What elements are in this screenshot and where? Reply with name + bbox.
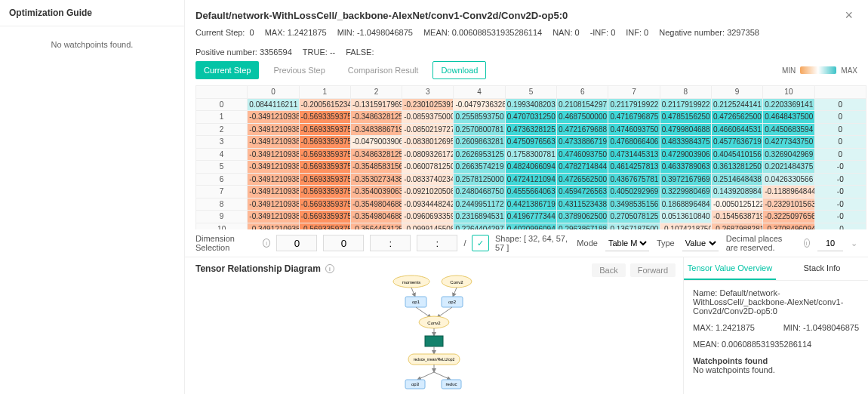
cell[interactable]: -0.0833740234 <box>402 173 454 186</box>
cell[interactable]: -0.0934448242 <box>402 198 454 211</box>
dim-input-2[interactable] <box>370 235 411 251</box>
tab-stack-info[interactable]: Stack Info <box>776 257 868 280</box>
cell[interactable]: 0.4020996094 <box>505 223 556 229</box>
cell[interactable]: -0.5693359375 <box>299 111 350 124</box>
cell[interactable]: -0.5693359375 <box>299 173 350 186</box>
confirm-dim-button[interactable]: ✓ <box>472 235 489 251</box>
cell[interactable]: 0.2514648438 <box>711 173 762 186</box>
cell[interactable]: 0.4577636719 <box>711 136 762 149</box>
cell[interactable]: -0.3549804688 <box>350 198 402 211</box>
back-button[interactable]: Back <box>592 263 625 277</box>
dim-input-0[interactable] <box>276 235 317 251</box>
cell[interactable]: -0 <box>814 211 866 223</box>
cell[interactable]: 0.2316894531 <box>454 211 505 223</box>
cell[interactable]: 0.4824066094 <box>505 161 556 174</box>
cell[interactable]: 0.4594726563 <box>557 186 608 199</box>
cell[interactable]: -0 <box>814 161 866 174</box>
cell[interactable]: -0.5693359375 <box>299 186 350 199</box>
cell[interactable]: -0.3491210938 <box>248 173 299 186</box>
cell[interactable]: 0.4736328125 <box>505 123 556 136</box>
cell[interactable]: 0.4785156250 <box>660 111 711 124</box>
cell[interactable]: 0.4746093750 <box>557 148 608 161</box>
cell[interactable]: -0.5693359375 <box>299 148 350 161</box>
cell[interactable]: 0.4421386719 <box>505 198 556 211</box>
tab-tensor-overview[interactable]: Tensor Value Overview <box>684 257 776 280</box>
cell[interactable]: -0.0479736328 <box>454 98 505 111</box>
cell[interactable]: -0.0809326172 <box>402 148 454 161</box>
cell[interactable]: 0.2663574219 <box>454 161 505 174</box>
cell[interactable]: -0.3483886719 <box>350 123 402 136</box>
cell[interactable]: 0.2449951172 <box>454 198 505 211</box>
info-icon[interactable]: i <box>325 264 334 273</box>
cell[interactable]: -0.3491210938 <box>248 136 299 149</box>
cell[interactable]: 0.2558593750 <box>454 111 505 124</box>
cell[interactable]: 0.4660644531 <box>711 123 762 136</box>
cell[interactable]: 0.2108154297 <box>557 98 608 111</box>
cell[interactable]: -0.0921020508 <box>402 186 454 199</box>
cell[interactable]: -0.3530273438 <box>350 173 402 186</box>
cell[interactable]: 0.4045410156 <box>711 148 762 161</box>
cell[interactable]: -0.3491210938 <box>248 161 299 174</box>
decimal-input[interactable] <box>817 235 843 251</box>
cell[interactable]: 0.3613281250 <box>711 161 762 174</box>
cell[interactable]: -0.3549804688 <box>350 211 402 223</box>
cell[interactable]: -0.3491210938 <box>248 123 299 136</box>
cell[interactable]: -0.2329101563 <box>763 198 814 211</box>
cell[interactable]: 0 <box>814 136 866 149</box>
cell[interactable]: -0.3708496094 <box>763 223 814 229</box>
cell[interactable]: -0.0050125122 <box>711 198 762 211</box>
info-icon[interactable]: i <box>263 239 270 248</box>
cell[interactable]: 0.2117919922 <box>608 98 660 111</box>
cell[interactable]: -0.3225097656 <box>763 211 814 223</box>
cell[interactable]: -0.3491210938 <box>248 211 299 223</box>
cell[interactable]: 0.4729003906 <box>660 148 711 161</box>
cell[interactable]: 0.4050292969 <box>608 186 660 199</box>
cell[interactable]: -0.2005615234 <box>299 98 350 111</box>
cell[interactable]: -0.5693359375 <box>299 211 350 223</box>
cell[interactable]: 0.2578125000 <box>454 173 505 186</box>
cell[interactable]: 0.2609863281 <box>454 136 505 149</box>
cell[interactable]: 0 <box>814 98 866 111</box>
dim-input-1[interactable] <box>323 235 364 251</box>
cell[interactable]: 0.2117919922 <box>660 98 711 111</box>
cell[interactable]: 0 <box>814 111 866 124</box>
cell[interactable]: -0.3491210938 <box>248 198 299 211</box>
cell[interactable]: 0.2021484375 <box>763 161 814 174</box>
cell[interactable]: 0.4277343750 <box>763 136 814 149</box>
cell[interactable]: 0.4196777344 <box>505 211 556 223</box>
mode-select[interactable]: Table Mo <box>605 235 649 251</box>
cell[interactable]: -0.3491210938 <box>248 111 299 124</box>
cell[interactable]: 0.4724121094 <box>505 173 556 186</box>
cell[interactable]: 0.2480468750 <box>454 186 505 199</box>
cell[interactable]: -0.3540039063 <box>350 186 402 199</box>
cell[interactable]: -0 <box>814 198 866 211</box>
cell[interactable]: 0.4648437500 <box>763 111 814 124</box>
cell[interactable]: 0.4311523438 <box>557 198 608 211</box>
cell[interactable]: 0.4768066406 <box>608 136 660 149</box>
cell[interactable]: -0.1315917969 <box>350 98 402 111</box>
cell[interactable]: 0.1439208984 <box>711 186 762 199</box>
dim-input-3[interactable] <box>417 235 457 251</box>
cell[interactable]: 0.4633789063 <box>660 161 711 174</box>
previous-step-button[interactable]: Previous Step <box>265 61 333 79</box>
cell[interactable]: 0.4555664063 <box>505 186 556 199</box>
cell[interactable]: -0.1188964844 <box>763 186 814 199</box>
forward-button[interactable]: Forward <box>630 263 676 277</box>
cell[interactable]: -0 <box>814 223 866 229</box>
cell[interactable]: 0.3229980469 <box>660 186 711 199</box>
cell[interactable]: 0.1367187500 <box>608 223 660 229</box>
comparison-result-button[interactable]: Comparison Result <box>340 61 427 79</box>
cell[interactable]: -0.3564453125 <box>350 223 402 229</box>
cell[interactable]: 0.4750976563 <box>505 136 556 149</box>
cell[interactable]: 0.3498535156 <box>608 198 660 211</box>
cell[interactable]: 0.4782714844 <box>557 161 608 174</box>
cell[interactable]: 0.2264404297 <box>454 223 505 229</box>
cell[interactable]: 0.4726562500 <box>711 111 762 124</box>
cell[interactable]: 0.2963867188 <box>557 223 608 229</box>
cell[interactable]: 0.4707031250 <box>505 111 556 124</box>
cell[interactable]: -0.5693359375 <box>299 223 350 229</box>
cell[interactable]: 0.2203369141 <box>763 98 814 111</box>
cell[interactable]: -0.3491210938 <box>248 186 299 199</box>
cell[interactable]: 0.1758300781 <box>505 148 556 161</box>
cell[interactable]: -0.0999145508 <box>402 223 454 229</box>
